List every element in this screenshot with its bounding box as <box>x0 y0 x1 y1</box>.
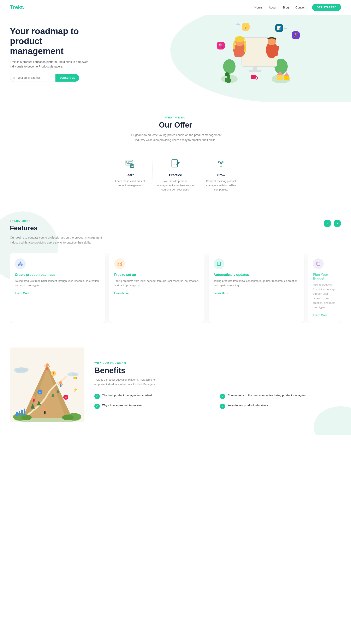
nav-blog[interactable]: Blog <box>283 6 289 9</box>
svg-rect-34 <box>172 160 178 167</box>
svg-rect-78 <box>33 398 34 402</box>
feature-roadmaps-link[interactable]: Learn More <box>15 292 29 295</box>
svg-rect-92 <box>19 411 20 416</box>
benefit-check-1: ✓ <box>94 394 100 399</box>
feature-plan-title: Plan Your Budget <box>313 273 336 280</box>
svg-point-90 <box>20 368 28 372</box>
feature-updates-link[interactable]: Learn More <box>214 292 228 295</box>
svg-rect-8 <box>249 70 261 72</box>
svg-rect-7 <box>253 66 257 70</box>
nav-home[interactable]: Home <box>255 6 262 9</box>
features-navigation: ‹ › <box>324 220 341 227</box>
benefits-grid: ✓ The best product management content ✓ … <box>94 393 341 409</box>
svg-rect-26 <box>127 161 129 163</box>
features-title: Features <box>10 224 105 232</box>
svg-rect-49 <box>120 262 121 264</box>
feature-updates-desc: Taking products from initial concept thr… <box>214 279 299 288</box>
svg-rect-56 <box>317 262 320 266</box>
mountain-svg: 📍 💧 ⚡ ⚡ <box>10 348 84 422</box>
offer-practice-name: Practice <box>157 173 194 177</box>
feature-card-free: Free to set up Taking products from init… <box>109 253 204 323</box>
svg-rect-81 <box>44 411 45 414</box>
svg-rect-18 <box>230 79 231 82</box>
svg-text:📍: 📍 <box>52 372 55 375</box>
svg-point-68 <box>62 414 74 420</box>
offer-card-practice: Practice We provide product management e… <box>153 152 198 197</box>
svg-point-45 <box>21 264 22 266</box>
subscribe-button[interactable]: SUBSCRIBE <box>55 74 79 82</box>
features-label: LEARN MORE <box>10 220 105 222</box>
prev-arrow-button[interactable]: ‹ <box>324 220 331 227</box>
benefit-text-3: Ways to ace product interviews <box>102 403 142 407</box>
svg-rect-23 <box>284 76 289 80</box>
features-section: LEARN MORE Features Our goal is to educa… <box>0 207 351 335</box>
svg-rect-91 <box>16 412 18 416</box>
svg-point-67 <box>21 414 32 420</box>
features-subtitle: Our goal is to educate young professiona… <box>10 235 105 245</box>
benefit-text-2: Connections to the best companies hiring… <box>228 393 306 397</box>
feature-free-link[interactable]: Learn More <box>114 292 129 295</box>
svg-point-19 <box>225 72 229 76</box>
nav-about[interactable]: About <box>269 6 277 9</box>
svg-rect-94 <box>23 408 25 416</box>
nav-links: Home About Blog Contact GET STARTED <box>255 4 341 11</box>
svg-point-77 <box>32 396 35 398</box>
benefits-section-label: WHY OUR PROGRAM <box>94 362 341 364</box>
feature-updates-title: Automatically updates <box>214 273 299 277</box>
benefit-item-4: ✓ Ways to ace product interviews <box>220 403 341 409</box>
nav-contact[interactable]: Contact <box>295 6 305 9</box>
hero-illustration: 💡 🔍 📊 🚀 ☁ ☁ <box>215 21 302 87</box>
svg-rect-93 <box>21 410 23 416</box>
next-arrow-button[interactable]: › <box>334 220 341 227</box>
roadmaps-icon <box>15 258 26 269</box>
feature-free-desc: Taking products from initial concept thr… <box>114 279 200 288</box>
free-icon <box>114 258 125 269</box>
offer-grow-desc: Connect aspiring product managers with i… <box>202 179 240 192</box>
svg-point-55 <box>219 264 219 264</box>
svg-point-73 <box>59 381 62 384</box>
offer-card-learn: Learn Learn the ins and outs of product … <box>107 152 153 197</box>
hero-subtitle: Trekt is a product education platform. T… <box>10 60 89 69</box>
svg-rect-48 <box>118 262 119 264</box>
offer-title: Our Offer <box>10 121 341 130</box>
offer-practice-desc: We provide product management exercises … <box>157 179 194 192</box>
email-input[interactable] <box>10 74 55 82</box>
feature-plan-link[interactable]: Learn More <box>313 314 328 316</box>
offer-cards: Learn Learn the ins and outs of product … <box>10 152 341 197</box>
svg-rect-20 <box>251 75 256 79</box>
offer-subtitle: Our goal is to educate young professiona… <box>128 133 223 143</box>
email-icon: ✉ <box>12 76 15 80</box>
feature-card-plan: Plan Your Budget Taking products from in… <box>308 253 341 323</box>
svg-point-97 <box>72 372 78 376</box>
feature-card-updates: Automatically updates Taking products fr… <box>209 253 304 323</box>
hero-section: Your roadmap to product management Trekt… <box>0 15 351 102</box>
svg-rect-17 <box>225 78 227 82</box>
benefit-text-4: Ways to ace product interviews <box>228 403 268 407</box>
blob-decoration <box>314 406 351 435</box>
benefits-illustration: 📍 💧 ⚡ ⚡ <box>10 348 84 423</box>
benefits-title: Benefits <box>94 366 341 375</box>
hero-illustration-area: 💡 🔍 📊 🚀 ☁ ☁ <box>175 21 341 87</box>
svg-text:⚡: ⚡ <box>73 388 78 392</box>
feature-free-title: Free to set up <box>114 273 200 277</box>
benefit-check-3: ✓ <box>94 404 100 409</box>
benefit-check-2: ✓ <box>220 394 225 399</box>
features-header: LEARN MORE Features Our goal is to educa… <box>10 220 341 245</box>
benefit-item-1: ✓ The best product management content <box>94 393 216 399</box>
offer-card-grow: Grow Connect aspiring product managers w… <box>198 152 244 197</box>
svg-rect-31 <box>130 164 134 168</box>
svg-point-39 <box>20 262 21 264</box>
svg-point-11 <box>235 36 245 42</box>
svg-rect-74 <box>60 384 61 387</box>
svg-rect-21 <box>277 75 283 80</box>
get-started-button[interactable]: GET STARTED <box>312 4 341 11</box>
offer-section-label: WHAT WE DO <box>10 116 341 119</box>
hero-form: ✉ SUBSCRIBE <box>10 74 89 82</box>
svg-text:⚡: ⚡ <box>64 396 67 399</box>
svg-text:💧: 💧 <box>38 391 41 394</box>
svg-rect-100 <box>74 377 77 379</box>
learn-icon <box>124 158 136 170</box>
offer-section: WHAT WE DO Our Offer Our goal is to educ… <box>0 102 351 207</box>
navbar: Trekt. Home About Blog Contact GET START… <box>0 0 351 15</box>
offer-learn-name: Learn <box>111 173 149 177</box>
